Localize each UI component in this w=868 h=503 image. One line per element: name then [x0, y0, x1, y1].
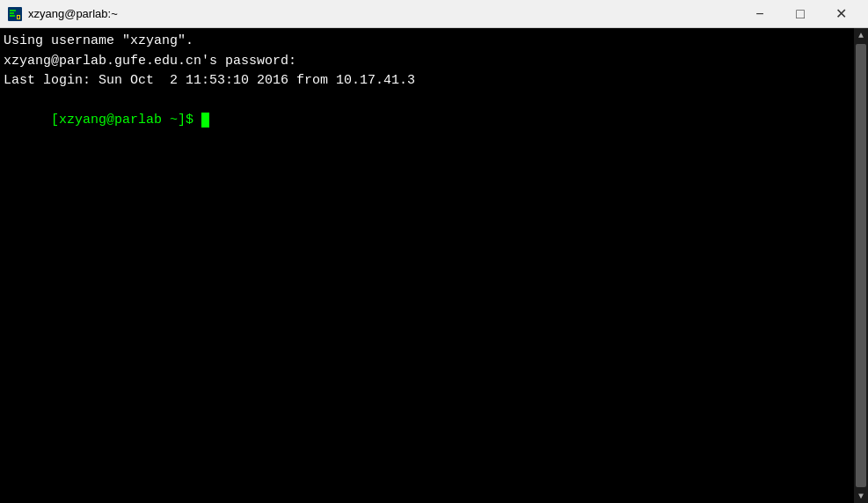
terminal-body[interactable]: Using username "xzyang". xzyang@parlab.g…	[0, 28, 868, 503]
maximize-icon: □	[796, 6, 805, 22]
titlebar: xzyang@parlab:~ − □ ✕	[0, 0, 868, 28]
close-icon: ✕	[835, 5, 847, 22]
titlebar-title: xzyang@parlab:~	[28, 7, 118, 20]
scrollbar[interactable]: ▲ ▼	[854, 28, 868, 503]
maximize-button[interactable]: □	[780, 0, 821, 28]
terminal-prompt: [xzyang@parlab ~]$	[51, 113, 201, 128]
titlebar-left: xzyang@parlab:~	[7, 6, 118, 22]
terminal-line-2: xzyang@parlab.gufe.edu.cn's password:	[4, 52, 864, 72]
terminal-cursor	[201, 113, 209, 128]
terminal-line-4: [xzyang@parlab ~]$	[4, 91, 864, 151]
terminal-line-1: Using username "xzyang".	[4, 32, 864, 52]
minimize-icon: −	[755, 6, 763, 22]
terminal-line-3: Last login: Sun Oct 2 11:53:10 2016 from…	[4, 71, 864, 91]
svg-rect-2	[10, 12, 14, 14]
app-icon	[7, 6, 23, 22]
titlebar-controls: − □ ✕	[740, 0, 861, 28]
svg-rect-1	[10, 10, 16, 11]
scrollbar-down-arrow[interactable]: ▼	[854, 489, 868, 503]
minimize-button[interactable]: −	[740, 0, 780, 28]
svg-rect-5	[18, 16, 19, 18]
scrollbar-up-arrow[interactable]: ▲	[854, 28, 868, 42]
terminal-window: xzyang@parlab:~ − □ ✕ Using username "xz…	[0, 0, 868, 503]
scrollbar-thumb[interactable]	[856, 44, 866, 487]
svg-rect-3	[10, 15, 15, 17]
close-button[interactable]: ✕	[821, 0, 861, 28]
